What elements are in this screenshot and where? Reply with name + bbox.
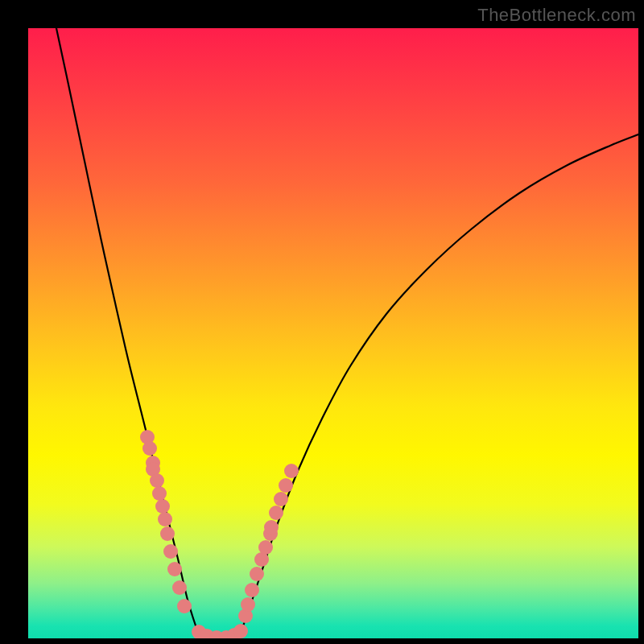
chart-svg bbox=[28, 28, 638, 638]
data-point bbox=[142, 441, 157, 456]
data-point bbox=[274, 492, 288, 506]
data-point bbox=[158, 512, 172, 526]
data-point bbox=[150, 473, 164, 488]
watermark-label: TheBottleneck.com bbox=[477, 5, 636, 26]
data-point bbox=[177, 599, 192, 613]
data-point bbox=[245, 583, 259, 597]
data-point bbox=[152, 486, 167, 501]
curve-right-branch bbox=[242, 134, 638, 630]
data-point bbox=[258, 540, 273, 555]
data-point bbox=[172, 580, 187, 595]
data-point bbox=[167, 562, 182, 576]
curve-group bbox=[56, 28, 638, 638]
scatter-group bbox=[140, 430, 299, 638]
data-point bbox=[250, 567, 264, 581]
data-point bbox=[279, 478, 293, 493]
data-point bbox=[284, 464, 299, 478]
plot-area bbox=[28, 28, 638, 638]
data-point bbox=[155, 499, 170, 514]
data-point bbox=[160, 526, 175, 541]
data-point bbox=[233, 624, 248, 638]
data-point bbox=[241, 597, 255, 612]
data-point bbox=[269, 506, 283, 520]
chart-frame: TheBottleneck.com bbox=[0, 0, 644, 644]
curve-left-branch bbox=[56, 28, 197, 630]
data-point bbox=[163, 544, 178, 559]
data-point bbox=[264, 520, 279, 535]
